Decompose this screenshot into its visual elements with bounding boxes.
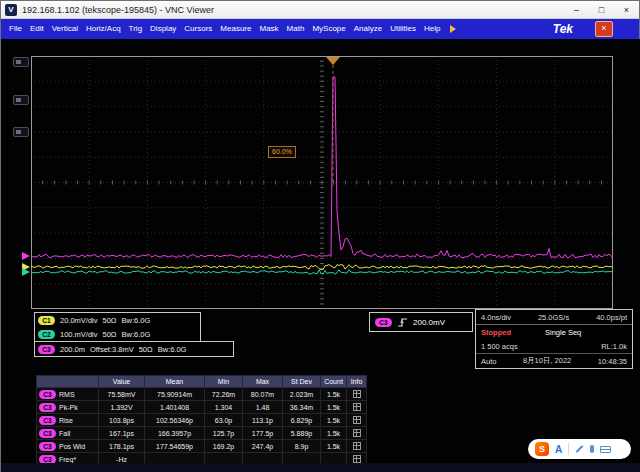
menu-vertical[interactable]: Vertical	[48, 19, 82, 39]
ch2-badge[interactable]: C2	[38, 330, 55, 339]
ch1-badge[interactable]: C1	[38, 316, 55, 325]
menu-help[interactable]: Help	[420, 19, 444, 39]
meas-mean: 1.401408	[145, 401, 205, 414]
window-title: 192.168.1.102 (tekscope-195845) - VNC Vi…	[22, 5, 214, 15]
record-length: RL:1.0k	[601, 342, 627, 351]
header-stdev: St Dev	[283, 376, 321, 388]
trigger-readout[interactable]: C3 200.0mV	[369, 312, 473, 332]
pen-icon[interactable]	[576, 445, 584, 453]
menu-cursors[interactable]: Cursors	[180, 19, 216, 39]
menu-mask[interactable]: Mask	[255, 19, 282, 39]
rising-edge-icon	[397, 317, 408, 328]
meas-count: 1.5k	[321, 427, 347, 440]
header-mean: Mean	[145, 376, 205, 388]
graticule	[31, 56, 613, 309]
ch2-termination: 50Ω	[103, 330, 117, 339]
ch3-scale: 200.0m	[60, 345, 85, 354]
histogram-info-icon[interactable]	[353, 403, 361, 411]
meas-name: Rise	[59, 417, 73, 424]
histogram-info-icon[interactable]	[353, 455, 361, 463]
meas-value: 75.58mV	[99, 388, 145, 401]
meas-badge: C3	[39, 429, 56, 438]
acq-mode: Single Seq	[545, 328, 581, 337]
measurement-row: C3Rise 103.8ps 102.56346p 63.0p 113.1p 6…	[37, 414, 367, 427]
measurements-corner	[37, 376, 99, 388]
meas-min: 125.7p	[205, 427, 243, 440]
meas-badge: C3	[39, 403, 56, 412]
histogram-info-icon[interactable]	[353, 429, 361, 437]
meas-badge: C3	[39, 390, 56, 399]
histogram-info-icon[interactable]	[353, 390, 361, 398]
menu-horiz-acq[interactable]: Horiz/Acq	[82, 19, 125, 39]
run-icon[interactable]	[450, 25, 456, 33]
menu-math[interactable]: Math	[283, 19, 309, 39]
waveform-handle[interactable]	[13, 57, 29, 67]
measurement-table: Value Mean Min Max St Dev Count Info C3R…	[36, 375, 367, 466]
meas-value: 1.392V	[99, 401, 145, 414]
ch3-readout[interactable]: C3 200.0m Offset:3.8mV 50Ω Bw:6.0G	[34, 341, 234, 357]
maximize-button[interactable]: □	[589, 1, 614, 18]
meas-value: 103.8ps	[99, 414, 145, 427]
sogou-logo-icon[interactable]: S	[535, 442, 549, 456]
meas-value: 178.1ps	[99, 440, 145, 453]
ch2-position-marker[interactable]	[22, 268, 30, 276]
menu-trig[interactable]: Trig	[125, 19, 146, 39]
meas-name: RMS	[59, 391, 75, 398]
meas-min: 63.0p	[205, 414, 243, 427]
header-value: Value	[99, 376, 145, 388]
scope-screen: 60.0% C1 20.0mV/div 50Ω Bw:6.0G C2 100.m…	[1, 39, 640, 463]
ch3-position-marker[interactable]	[22, 252, 30, 260]
meas-stdev: 2.023m	[283, 388, 321, 401]
meas-mean: 177.54659p	[145, 440, 205, 453]
meas-min: 1.304	[205, 401, 243, 414]
ch1-readout[interactable]: C1 20.0mV/div 50Ω Bw:6.0G	[35, 313, 200, 327]
waveform-handle[interactable]	[13, 95, 29, 105]
ch2-bandwidth: Bw:6.0G	[121, 330, 150, 339]
meas-name: Pk-Pk	[59, 404, 78, 411]
keyboard-icon[interactable]	[600, 446, 611, 453]
window-controls: – □ ×	[564, 1, 639, 18]
ime-toolbar: S A	[528, 439, 631, 459]
ch3-termination: 50Ω	[139, 345, 153, 354]
meas-value: 167.1ps	[99, 427, 145, 440]
menu-myscope[interactable]: MyScope	[308, 19, 349, 39]
header-max: Max	[243, 376, 283, 388]
minimize-button[interactable]: –	[564, 1, 589, 18]
ime-mode-icon[interactable]: A	[555, 444, 562, 455]
menu-file[interactable]: File	[5, 19, 26, 39]
acq-status: Stopped	[481, 328, 511, 337]
histogram-info-icon[interactable]	[353, 442, 361, 450]
vnc-app-icon[interactable]: V	[5, 4, 17, 16]
menu-utilities[interactable]: Utilities	[386, 19, 420, 39]
meas-name: Fall	[59, 430, 70, 437]
app-close-button[interactable]: ×	[595, 21, 613, 37]
ch1-termination: 50Ω	[103, 316, 117, 325]
meas-stdev: 5.889p	[283, 427, 321, 440]
trigger-source-badge[interactable]: C3	[375, 318, 392, 327]
histogram-info-icon[interactable]	[353, 416, 361, 424]
measurement-row: C3Pk-Pk 1.392V 1.401408 1.304 1.48 36.34…	[37, 401, 367, 414]
meas-badge: C3	[39, 442, 56, 451]
header-count: Count	[321, 376, 347, 388]
ch2-readout[interactable]: C2 100.mV/div 50Ω Bw:6.0G	[35, 327, 200, 341]
ch3-badge[interactable]: C3	[38, 345, 55, 354]
date: 8月10日, 2022	[523, 356, 571, 366]
meas-max: 1.48	[243, 401, 283, 414]
channel-readouts[interactable]: C1 20.0mV/div 50Ω Bw:6.0G C2 100.mV/div …	[34, 312, 201, 342]
mic-icon[interactable]	[590, 445, 594, 453]
menu-edit[interactable]: Edit	[26, 19, 48, 39]
horizontal-scale: 4.0ns/div	[481, 313, 511, 322]
sample-resolution: 40.0ps/pt	[596, 313, 627, 322]
close-button[interactable]: ×	[614, 1, 639, 18]
titlebar: V 192.168.1.102 (tekscope-195845) - VNC …	[1, 1, 639, 19]
menu-measure[interactable]: Measure	[216, 19, 255, 39]
menu-display[interactable]: Display	[146, 19, 180, 39]
measurement-row: C3Pos Wid 178.1ps 177.54659p 169.2p 247.…	[37, 440, 367, 453]
header-min: Min	[205, 376, 243, 388]
measurement-row: C3RMS 75.58mV 75.90914m 72.26m 80.07m 2.…	[37, 388, 367, 401]
waveform-handle[interactable]	[13, 127, 29, 137]
meas-min: 72.26m	[205, 388, 243, 401]
meas-stdev: 8.9p	[283, 440, 321, 453]
menu-analyze[interactable]: Analyze	[350, 19, 386, 39]
header-info: Info	[347, 376, 367, 388]
